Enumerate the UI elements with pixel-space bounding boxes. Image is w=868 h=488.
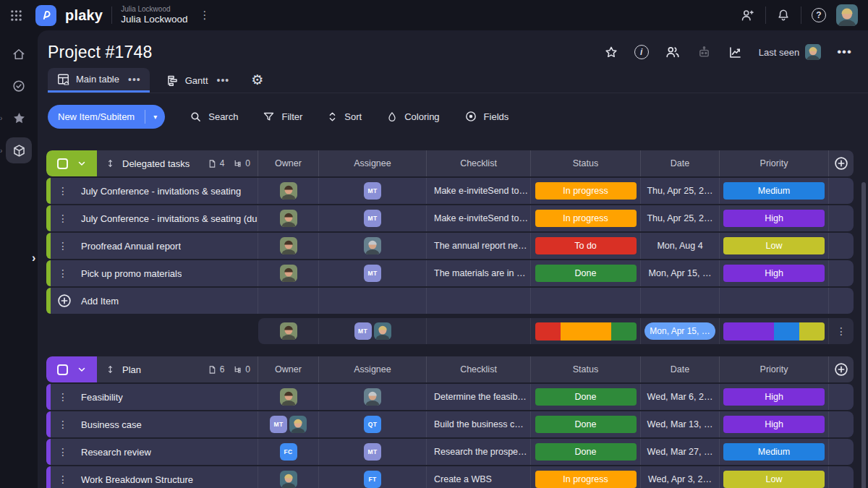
group-collapse-icon[interactable] xyxy=(77,158,87,168)
column-header-date[interactable]: Date xyxy=(641,150,720,176)
cell-checklist[interactable]: Build the business c… xyxy=(427,411,531,437)
coloring-button[interactable]: Coloring xyxy=(386,111,439,123)
cell-checklist[interactable]: Make e-inviteSend to… xyxy=(427,205,531,231)
row-menu-icon[interactable]: ⋮ xyxy=(58,240,68,252)
cell-item-name[interactable]: ⋮ Pick up promo materials xyxy=(46,260,258,286)
priority-badge[interactable]: High xyxy=(723,210,825,227)
cell-status[interactable]: Done xyxy=(531,260,641,286)
sidebar-item-home[interactable] xyxy=(6,42,32,67)
cell-assignee[interactable]: FT xyxy=(319,466,427,488)
last-seen-avatar[interactable] xyxy=(805,44,821,60)
tab-gantt[interactable]: Gantt ••• xyxy=(157,68,239,93)
table-row[interactable]: ⋮ Proofread Annual report The annual rep… xyxy=(46,233,854,259)
cell-item-name[interactable]: ⋮ Feasibility xyxy=(46,384,258,410)
column-header-checklist[interactable]: Checklist xyxy=(427,356,531,382)
add-item-button[interactable]: Add Item xyxy=(46,293,119,309)
cell-status[interactable]: To do xyxy=(531,233,641,259)
row-menu-icon[interactable]: ⋮ xyxy=(58,474,68,485)
cell-checklist[interactable]: Create a WBS xyxy=(427,466,531,488)
fields-button[interactable]: Fields xyxy=(464,110,509,123)
priority-badge[interactable]: Medium xyxy=(723,443,825,461)
cell-date[interactable]: Mon, Apr 15, … xyxy=(641,260,720,286)
column-header-status[interactable]: Status xyxy=(531,356,641,382)
cell-status[interactable]: Done xyxy=(531,439,641,465)
apps-grid-icon[interactable] xyxy=(10,9,22,22)
vertical-scrollbar[interactable] xyxy=(861,182,866,488)
favorite-star-icon[interactable] xyxy=(604,45,618,59)
group-name[interactable]: Delegated tasks xyxy=(122,158,190,169)
cell-status[interactable]: In progress xyxy=(531,466,641,488)
group-name[interactable]: Plan xyxy=(122,364,141,375)
brand-name[interactable]: plaky xyxy=(65,7,103,24)
sidebar-item-favorites[interactable]: › xyxy=(6,106,32,130)
column-header-owner[interactable]: Owner xyxy=(258,150,319,176)
notifications-bell-icon[interactable] xyxy=(776,8,791,22)
info-icon[interactable]: i xyxy=(634,45,649,59)
column-header-priority[interactable]: Priority xyxy=(720,356,829,382)
group-drag-icon[interactable] xyxy=(106,364,115,375)
add-column-button[interactable] xyxy=(829,356,854,382)
cell-priority[interactable]: Low xyxy=(720,466,829,488)
activity-chart-icon[interactable] xyxy=(728,45,743,60)
row-menu-icon[interactable]: ⋮ xyxy=(58,213,68,224)
cell-assignee[interactable]: MT xyxy=(319,439,427,465)
status-badge[interactable]: Done xyxy=(535,388,637,406)
cell-owner[interactable] xyxy=(258,205,319,231)
table-row[interactable]: ⋮ Feasibility Determine the feasib… Done… xyxy=(46,384,854,410)
cell-item-name[interactable]: ⋮ Work Breakdown Structure xyxy=(46,466,258,488)
group-checkbox[interactable] xyxy=(57,364,68,375)
invite-user-icon[interactable] xyxy=(740,8,755,23)
tab-more-icon[interactable]: ••• xyxy=(214,74,230,86)
automation-robot-icon[interactable] xyxy=(697,45,712,60)
plaky-logo-icon[interactable] xyxy=(35,5,56,26)
priority-badge[interactable]: High xyxy=(723,265,825,282)
group-checkbox[interactable] xyxy=(57,158,68,169)
cell-checklist[interactable]: The annual report ne… xyxy=(427,233,531,259)
tab-main-table[interactable]: Main table ••• xyxy=(48,68,150,93)
status-badge[interactable]: In progress xyxy=(535,182,637,200)
cell-priority[interactable]: High xyxy=(720,384,829,410)
cell-priority[interactable]: High xyxy=(720,411,829,437)
user-avatar[interactable] xyxy=(836,4,858,26)
priority-badge[interactable]: Low xyxy=(723,237,825,254)
sidebar-item-projects[interactable]: › xyxy=(6,137,32,163)
cell-add-item[interactable]: Add Item xyxy=(46,288,258,314)
row-menu-icon[interactable]: ⋮ xyxy=(58,391,68,403)
add-item-row[interactable]: Add Item xyxy=(46,288,854,314)
cell-assignee[interactable]: MT xyxy=(319,260,427,286)
group-collapse-icon[interactable] xyxy=(77,364,87,374)
row-menu-icon[interactable]: ⋮ xyxy=(58,267,68,279)
cell-assignee[interactable] xyxy=(319,384,427,410)
cell-date[interactable]: Wed, Mar 6, 2… xyxy=(641,384,720,410)
row-menu-icon[interactable]: ⋮ xyxy=(58,185,68,197)
chevron-down-icon[interactable]: ▾ xyxy=(145,113,165,121)
column-header-priority[interactable]: Priority xyxy=(720,150,829,176)
cell-item-name[interactable]: ⋮ Business case xyxy=(46,411,258,437)
sort-button[interactable]: Sort xyxy=(327,111,362,123)
cell-owner[interactable] xyxy=(258,178,319,204)
cell-status[interactable]: In progress xyxy=(531,178,641,204)
search-button[interactable]: Search xyxy=(190,111,238,123)
cell-item-name[interactable]: ⋮ Research review xyxy=(46,439,258,465)
sidebar-item-tasks[interactable] xyxy=(6,74,32,98)
table-row[interactable]: ⋮ Work Breakdown Structure FT Create a W… xyxy=(46,466,854,488)
table-row[interactable]: ⋮ Research review FC MT Research the pro… xyxy=(46,439,854,465)
cell-owner[interactable]: MT xyxy=(258,411,319,437)
priority-badge[interactable]: Medium xyxy=(723,182,825,200)
table-row[interactable]: ⋮ Business case MT QT Build the business… xyxy=(46,411,854,437)
workspace-menu-icon[interactable]: ⋮ xyxy=(196,9,213,22)
table-row[interactable]: ⋮ July Conference - invitations & seatin… xyxy=(46,205,854,231)
cell-status[interactable]: In progress xyxy=(531,205,641,231)
summary-date-pill[interactable]: Mon, Apr 15, … xyxy=(644,322,715,340)
priority-badge[interactable]: Low xyxy=(723,471,825,488)
cell-priority[interactable]: High xyxy=(720,205,829,231)
group-color-block[interactable] xyxy=(46,150,97,176)
status-badge[interactable]: In progress xyxy=(535,471,637,488)
status-badge[interactable]: In progress xyxy=(535,210,637,227)
add-column-button[interactable] xyxy=(829,150,854,176)
status-badge[interactable]: Done xyxy=(535,416,637,433)
cell-date[interactable]: Thu, Apr 25, 2… xyxy=(641,178,720,204)
new-item-button[interactable]: New Item/Subitem ▾ xyxy=(48,105,165,129)
workspace-switcher[interactable]: Julia Lockwood Julia Lockwood xyxy=(121,5,187,25)
column-header-owner[interactable]: Owner xyxy=(258,356,319,382)
